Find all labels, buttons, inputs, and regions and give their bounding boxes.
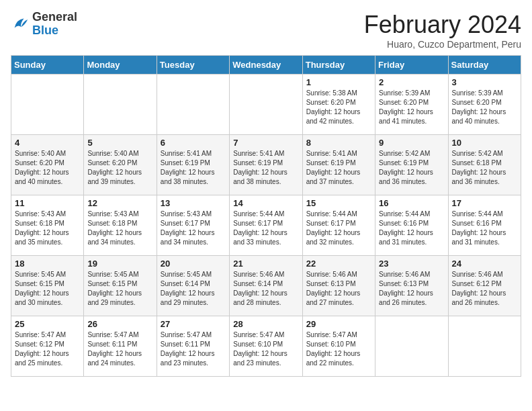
day-number: 21 [233, 259, 298, 269]
day-info: Sunrise: 5:47 AM Sunset: 6:10 PM Dayligh… [233, 330, 298, 368]
logo-blue-text: Blue [32, 24, 58, 37]
day-number: 24 [452, 259, 517, 269]
day-info: Sunrise: 5:40 AM Sunset: 6:20 PM Dayligh… [15, 149, 80, 187]
day-number: 1 [306, 77, 371, 87]
day-info: Sunrise: 5:46 AM Sunset: 6:14 PM Dayligh… [233, 270, 298, 308]
calendar-cell [11, 75, 84, 135]
day-number: 7 [233, 138, 298, 148]
day-number: 15 [306, 198, 371, 208]
day-number: 18 [15, 259, 80, 269]
day-info: Sunrise: 5:47 AM Sunset: 6:11 PM Dayligh… [87, 330, 152, 368]
calendar-cell: 27Sunrise: 5:47 AM Sunset: 6:11 PM Dayli… [157, 316, 229, 377]
title-block: February 2024 Huaro, Cuzco Department, P… [364, 11, 521, 50]
day-info: Sunrise: 5:46 AM Sunset: 6:13 PM Dayligh… [379, 270, 444, 308]
day-number: 17 [452, 198, 517, 208]
day-info: Sunrise: 5:44 AM Sunset: 6:17 PM Dayligh… [233, 210, 298, 247]
header-row: Sunday Monday Tuesday Wednesday Thursday… [11, 56, 521, 75]
header-saturday: Saturday [448, 56, 521, 75]
calendar-cell [375, 316, 448, 377]
calendar-cell: 4Sunrise: 5:40 AM Sunset: 6:20 PM Daylig… [11, 135, 84, 195]
day-info: Sunrise: 5:38 AM Sunset: 6:20 PM Dayligh… [306, 89, 371, 126]
header-friday: Friday [375, 56, 448, 75]
calendar-cell: 1Sunrise: 5:38 AM Sunset: 6:20 PM Daylig… [302, 75, 375, 135]
calendar-cell: 13Sunrise: 5:43 AM Sunset: 6:17 PM Dayli… [157, 195, 229, 256]
calendar-cell: 25Sunrise: 5:47 AM Sunset: 6:12 PM Dayli… [11, 316, 84, 377]
day-number: 4 [15, 138, 80, 148]
calendar-cell: 24Sunrise: 5:46 AM Sunset: 6:12 PM Dayli… [448, 256, 521, 316]
day-info: Sunrise: 5:47 AM Sunset: 6:10 PM Dayligh… [306, 330, 371, 368]
logo: General Blue [11, 11, 77, 38]
calendar-cell: 28Sunrise: 5:47 AM Sunset: 6:10 PM Dayli… [230, 316, 302, 377]
day-info: Sunrise: 5:42 AM Sunset: 6:19 PM Dayligh… [379, 149, 444, 187]
day-number: 20 [161, 259, 226, 269]
day-number: 23 [379, 259, 444, 269]
day-number: 3 [452, 77, 517, 87]
day-info: Sunrise: 5:47 AM Sunset: 6:11 PM Dayligh… [161, 330, 226, 368]
header-thursday: Thursday [302, 56, 375, 75]
header-tuesday: Tuesday [157, 56, 229, 75]
calendar-cell: 7Sunrise: 5:41 AM Sunset: 6:19 PM Daylig… [230, 135, 302, 195]
day-number: 25 [15, 319, 80, 329]
day-number: 19 [87, 259, 152, 269]
day-info: Sunrise: 5:45 AM Sunset: 6:15 PM Dayligh… [15, 270, 80, 308]
logo-bird-icon [11, 15, 30, 34]
day-info: Sunrise: 5:44 AM Sunset: 6:16 PM Dayligh… [379, 210, 444, 247]
calendar-cell: 6Sunrise: 5:41 AM Sunset: 6:19 PM Daylig… [157, 135, 229, 195]
calendar-cell: 26Sunrise: 5:47 AM Sunset: 6:11 PM Dayli… [84, 316, 157, 377]
header-monday: Monday [84, 56, 157, 75]
day-number: 5 [87, 138, 152, 148]
calendar-cell: 23Sunrise: 5:46 AM Sunset: 6:13 PM Dayli… [375, 256, 448, 316]
calendar-week-0: 1Sunrise: 5:38 AM Sunset: 6:20 PM Daylig… [11, 75, 521, 135]
page-header: General Blue February 2024 Huaro, Cuzco … [11, 11, 521, 50]
calendar-cell: 8Sunrise: 5:41 AM Sunset: 6:19 PM Daylig… [302, 135, 375, 195]
calendar-week-4: 25Sunrise: 5:47 AM Sunset: 6:12 PM Dayli… [11, 316, 521, 377]
calendar-cell: 18Sunrise: 5:45 AM Sunset: 6:15 PM Dayli… [11, 256, 84, 316]
calendar-cell [448, 316, 521, 377]
calendar-cell: 16Sunrise: 5:44 AM Sunset: 6:16 PM Dayli… [375, 195, 448, 256]
day-info: Sunrise: 5:40 AM Sunset: 6:20 PM Dayligh… [87, 149, 152, 187]
calendar-cell: 20Sunrise: 5:45 AM Sunset: 6:14 PM Dayli… [157, 256, 229, 316]
day-number: 9 [379, 138, 444, 148]
day-number: 29 [306, 319, 371, 329]
calendar-cell: 5Sunrise: 5:40 AM Sunset: 6:20 PM Daylig… [84, 135, 157, 195]
day-number: 12 [87, 198, 152, 208]
day-info: Sunrise: 5:45 AM Sunset: 6:14 PM Dayligh… [161, 270, 226, 308]
calendar-week-2: 11Sunrise: 5:43 AM Sunset: 6:18 PM Dayli… [11, 195, 521, 256]
calendar-cell: 3Sunrise: 5:39 AM Sunset: 6:20 PM Daylig… [448, 75, 521, 135]
calendar-cell [157, 75, 229, 135]
day-info: Sunrise: 5:44 AM Sunset: 6:16 PM Dayligh… [452, 210, 517, 247]
day-info: Sunrise: 5:45 AM Sunset: 6:15 PM Dayligh… [87, 270, 152, 308]
day-number: 13 [161, 198, 226, 208]
day-info: Sunrise: 5:47 AM Sunset: 6:12 PM Dayligh… [15, 330, 80, 368]
calendar-cell [84, 75, 157, 135]
day-number: 22 [306, 259, 371, 269]
day-number: 27 [161, 319, 226, 329]
calendar-title: February 2024 [364, 11, 521, 39]
day-info: Sunrise: 5:46 AM Sunset: 6:13 PM Dayligh… [306, 270, 371, 308]
day-info: Sunrise: 5:41 AM Sunset: 6:19 PM Dayligh… [306, 149, 371, 187]
day-number: 16 [379, 198, 444, 208]
calendar-cell: 12Sunrise: 5:43 AM Sunset: 6:18 PM Dayli… [84, 195, 157, 256]
day-number: 14 [233, 198, 298, 208]
calendar-subtitle: Huaro, Cuzco Department, Peru [364, 39, 521, 50]
calendar-cell: 29Sunrise: 5:47 AM Sunset: 6:10 PM Dayli… [302, 316, 375, 377]
day-info: Sunrise: 5:44 AM Sunset: 6:17 PM Dayligh… [306, 210, 371, 247]
calendar-week-3: 18Sunrise: 5:45 AM Sunset: 6:15 PM Dayli… [11, 256, 521, 316]
calendar-cell: 21Sunrise: 5:46 AM Sunset: 6:14 PM Dayli… [230, 256, 302, 316]
day-number: 8 [306, 138, 371, 148]
logo-general-text: General [32, 10, 77, 24]
day-info: Sunrise: 5:42 AM Sunset: 6:18 PM Dayligh… [452, 149, 517, 187]
calendar-week-1: 4Sunrise: 5:40 AM Sunset: 6:20 PM Daylig… [11, 135, 521, 195]
calendar-cell: 11Sunrise: 5:43 AM Sunset: 6:18 PM Dayli… [11, 195, 84, 256]
calendar-cell: 14Sunrise: 5:44 AM Sunset: 6:17 PM Dayli… [230, 195, 302, 256]
day-number: 6 [161, 138, 226, 148]
calendar-cell: 9Sunrise: 5:42 AM Sunset: 6:19 PM Daylig… [375, 135, 448, 195]
calendar-table: Sunday Monday Tuesday Wednesday Thursday… [11, 55, 521, 377]
calendar-cell: 15Sunrise: 5:44 AM Sunset: 6:17 PM Dayli… [302, 195, 375, 256]
calendar-cell [230, 75, 302, 135]
day-info: Sunrise: 5:43 AM Sunset: 6:18 PM Dayligh… [87, 210, 152, 247]
calendar-cell: 2Sunrise: 5:39 AM Sunset: 6:20 PM Daylig… [375, 75, 448, 135]
header-wednesday: Wednesday [230, 56, 302, 75]
day-number: 10 [452, 138, 517, 148]
day-info: Sunrise: 5:39 AM Sunset: 6:20 PM Dayligh… [452, 89, 517, 126]
